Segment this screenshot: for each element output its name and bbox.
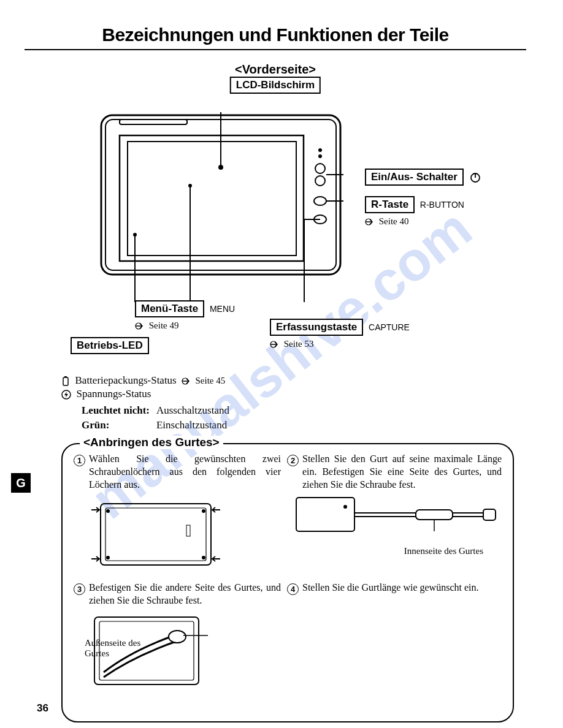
voltage-icon [61,390,71,400]
battery-ref: Seite 45 [196,376,226,385]
on-label: Grün: [82,419,109,431]
step3-text: Befestigen Sie die andere Seite des Gurt… [89,582,281,607]
svg-point-17 [318,154,322,158]
pointer-icon [182,377,193,385]
svg-point-35 [202,509,205,513]
svg-rect-27 [63,377,68,385]
step4-text: Stellen Sie die Gurtlänge wie gewünscht … [302,582,478,594]
svg-point-6 [218,165,223,170]
front-diagram: LCD-Bildschirm [25,77,526,371]
svg-point-33 [106,509,110,513]
ref-menu: Seite 49 [149,320,179,330]
step2-text: Stellen Sie den Gurt auf seine maximale … [302,453,502,491]
svg-point-16 [318,148,322,152]
strap-heading: <Anbringen des Gurtes> [80,436,223,449]
step-num-1: 1 [74,455,85,466]
off-label: Leuchtet nicht: [82,404,150,416]
step2-figure [293,495,502,544]
svg-point-49 [169,631,186,643]
on-value: Einschaltzustand [156,419,234,432]
step-num-4: 4 [287,583,299,595]
caption-menu: MENU [210,304,235,314]
battery-status-text: Batteriepackungs-Status [75,374,177,386]
svg-rect-7 [308,149,332,241]
step-num-3: 3 [74,583,85,595]
label-capture-button: Erfassungstaste [270,319,363,336]
pointer-icon [365,218,376,226]
step2-caption: Innenseite des Gurtes [293,546,483,556]
svg-rect-3 [120,135,304,261]
svg-rect-42 [416,510,453,520]
svg-point-34 [106,556,110,559]
label-power-switch: Ein/Aus- Schalter [365,169,464,186]
device-illustration [98,112,343,302]
strap-section: <Anbringen des Gurtes> 1 Wählen Sie die … [61,443,514,722]
svg-point-39 [343,505,347,509]
ref-r-button: Seite 40 [379,216,409,226]
ref-capture: Seite 53 [284,339,314,349]
pointer-icon [135,322,146,330]
label-r-button: R-Taste [365,196,415,213]
svg-rect-31 [101,504,211,565]
svg-point-19 [188,184,192,188]
svg-rect-37 [186,525,190,536]
off-value: Ausschaltzustand [156,404,234,417]
svg-rect-4 [128,142,296,256]
caption-capture: CAPTURE [369,322,410,332]
pointer-icon [270,340,281,349]
step-num-2: 2 [287,455,299,466]
svg-point-21 [133,233,137,237]
status-block: Batteriepackungs-Status Seite 45 Spannun… [25,374,526,433]
svg-rect-2 [120,119,187,124]
label-lcd: LCD-Bildschirm [230,77,321,94]
svg-rect-38 [296,498,354,531]
svg-point-36 [202,556,205,559]
caption-r-button: R-BUTTON [420,200,464,210]
side-tab: G [11,473,31,493]
svg-rect-28 [64,376,67,377]
page-title: Bezeichnungen und Funktionen der Teile [25,25,526,45]
step1-figure [88,495,223,574]
voltage-status-text: Spannungs-Status [77,388,151,400]
svg-rect-45 [483,509,496,520]
label-op-led: Betriebs-LED [71,337,149,354]
title-rule [25,49,526,50]
front-heading: <Vorderseite> [25,63,526,77]
page-number: 36 [37,702,48,715]
step3-caption: Außenseite des Gurtes [85,638,146,659]
step1-text: Wählen Sie die gewünschten zwei Schraube… [89,453,281,491]
power-icon [469,172,481,184]
battery-icon [61,376,70,387]
label-menu-button: Menü-Taste [135,300,204,317]
svg-rect-32 [105,508,206,561]
